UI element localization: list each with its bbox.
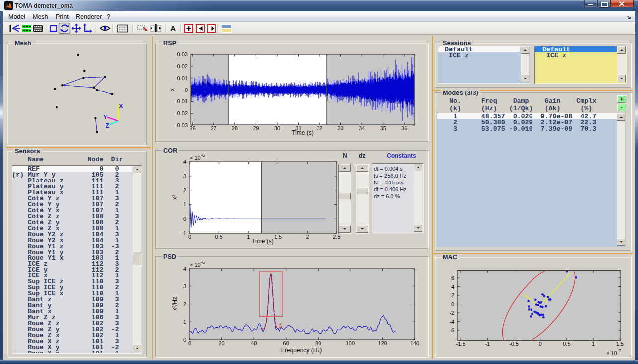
svg-text:60: 60 bbox=[283, 340, 289, 346]
svg-text:Time (s): Time (s) bbox=[252, 238, 274, 245]
svg-text:A: A bbox=[170, 24, 176, 33]
svg-text:-6: -6 bbox=[201, 260, 205, 265]
svg-text:1: 1 bbox=[247, 234, 250, 240]
svg-text:3: 3 bbox=[183, 283, 186, 289]
svg-text:2: 2 bbox=[306, 234, 309, 240]
svg-text:0: 0 bbox=[183, 216, 186, 222]
svg-text:-1: -1 bbox=[485, 341, 490, 347]
svg-text:32: 32 bbox=[317, 125, 322, 131]
svg-text:-7: -7 bbox=[617, 348, 621, 353]
svg-text:0: 0 bbox=[185, 87, 188, 93]
svg-text:-6: -6 bbox=[201, 153, 205, 158]
svg-text:0: 0 bbox=[539, 341, 542, 347]
svg-text:33: 33 bbox=[337, 125, 343, 131]
svg-text:26: 26 bbox=[190, 125, 196, 131]
svg-text:3: 3 bbox=[183, 173, 186, 179]
svg-text:4: 4 bbox=[451, 284, 454, 290]
svg-text:6: 6 bbox=[451, 275, 454, 281]
svg-text:28: 28 bbox=[232, 125, 238, 131]
svg-text:40: 40 bbox=[251, 340, 257, 346]
svg-text:x²/Hz: x²/Hz bbox=[171, 297, 178, 311]
svg-text:-1: -1 bbox=[181, 230, 186, 236]
svg-text:35: 35 bbox=[380, 125, 386, 131]
svg-text:0: 0 bbox=[183, 337, 186, 343]
svg-text:0.02: 0.02 bbox=[177, 63, 188, 69]
svg-text:X: X bbox=[119, 102, 123, 110]
svg-text:34: 34 bbox=[359, 125, 365, 131]
svg-text:0.03: 0.03 bbox=[177, 51, 188, 57]
svg-text:x²: x² bbox=[171, 195, 178, 200]
svg-text:4: 4 bbox=[183, 266, 186, 272]
svg-text:0: 0 bbox=[451, 301, 454, 307]
svg-text:x: x bbox=[169, 88, 176, 91]
svg-text:140: 140 bbox=[410, 340, 419, 346]
svg-text:Frequency (Hz): Frequency (Hz) bbox=[281, 347, 322, 354]
svg-text:Y: Y bbox=[103, 113, 107, 121]
svg-text:-4: -4 bbox=[449, 319, 454, 325]
svg-text:0.01: 0.01 bbox=[177, 75, 188, 81]
svg-text:-1.5: -1.5 bbox=[456, 341, 466, 347]
svg-text:2: 2 bbox=[183, 187, 186, 193]
svg-text:29: 29 bbox=[253, 125, 259, 131]
svg-text:× 10: × 10 bbox=[190, 262, 201, 268]
svg-text:-2: -2 bbox=[449, 310, 454, 316]
svg-text:-6: -6 bbox=[449, 327, 454, 333]
svg-text:1.5: 1.5 bbox=[616, 341, 624, 347]
svg-text:-0.5: -0.5 bbox=[509, 341, 519, 347]
svg-text:1.5: 1.5 bbox=[274, 234, 282, 240]
svg-text:2: 2 bbox=[451, 292, 454, 298]
svg-text:2.5: 2.5 bbox=[333, 234, 340, 240]
svg-text:1: 1 bbox=[592, 341, 595, 347]
svg-text:0.5: 0.5 bbox=[215, 234, 223, 240]
svg-text:0: 0 bbox=[188, 340, 191, 346]
svg-text:-0.02: -0.02 bbox=[175, 110, 188, 116]
svg-text:× 10: × 10 bbox=[606, 350, 617, 356]
svg-text:36: 36 bbox=[401, 125, 407, 131]
svg-text:-0.03: -0.03 bbox=[175, 122, 188, 128]
svg-text:80: 80 bbox=[315, 340, 321, 346]
svg-text:0.5: 0.5 bbox=[563, 341, 570, 347]
svg-text:0: 0 bbox=[188, 234, 191, 240]
svg-text:1: 1 bbox=[183, 201, 186, 207]
svg-text:120: 120 bbox=[378, 340, 387, 346]
svg-text:30: 30 bbox=[274, 125, 280, 131]
svg-text:2: 2 bbox=[183, 301, 186, 307]
svg-text:× 10: × 10 bbox=[190, 155, 201, 161]
svg-text:27: 27 bbox=[211, 125, 216, 131]
svg-text:Z: Z bbox=[106, 122, 109, 129]
svg-text:-0.01: -0.01 bbox=[175, 98, 188, 104]
svg-text:Time (s): Time (s) bbox=[292, 129, 314, 136]
svg-text:100: 100 bbox=[346, 340, 355, 346]
svg-text:1: 1 bbox=[183, 319, 186, 325]
svg-text:20: 20 bbox=[218, 340, 224, 346]
svg-text:4: 4 bbox=[183, 159, 186, 165]
